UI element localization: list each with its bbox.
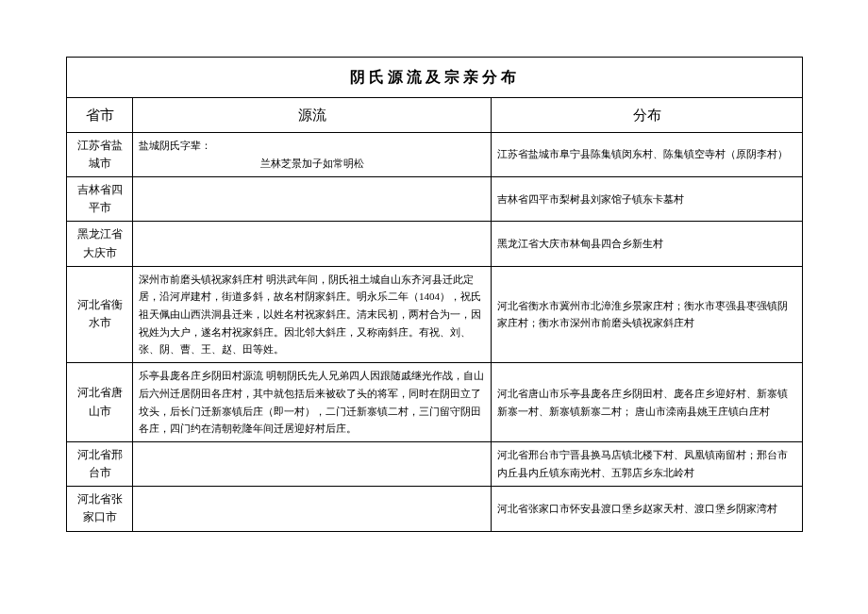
- distribution-cell: 河北省张家口市怀安县渡口堡乡赵家天村、渡口堡乡阴家湾村: [492, 487, 803, 531]
- header-province: 省市: [67, 97, 133, 132]
- source-cell: [133, 222, 492, 266]
- table-row: 河北省唐山市 乐亭县庞各庄乡阴田村源流 明朝阴氏先人兄弟四人因跟随戚继光作战，自…: [67, 363, 803, 442]
- source-cell: [133, 487, 492, 531]
- header-source: 源流: [133, 97, 492, 132]
- table-row: 黑龙江省大庆市 黑龙江省大庆市林甸县四合乡新生村: [67, 222, 803, 266]
- table-row: 吉林省四平市 吉林省四平市梨树县刘家馆子镇东卡墓村: [67, 176, 803, 221]
- province-cell: 河北省衡水市: [67, 266, 133, 362]
- province-cell: 黑龙江省大庆市: [67, 222, 133, 266]
- source-line: 盐城阴氏字辈：: [139, 140, 211, 151]
- source-cell: 乐亭县庞各庄乡阴田村源流 明朝阴氏先人兄弟四人因跟随戚继光作战，自山后六州迁居阴…: [133, 363, 492, 442]
- source-cell: [133, 176, 492, 221]
- distribution-cell: 黑龙江省大庆市林甸县四合乡新生村: [492, 222, 803, 266]
- distribution-cell: 河北省衡水市冀州市北漳淮乡景家庄村；衡水市枣强县枣强镇阴家庄村；衡水市深州市前磨…: [492, 266, 803, 362]
- distribution-cell: 河北省唐山市乐亭县庞各庄乡阴田村、庞各庄乡迎好村、新寨镇新寨一村、新寨镇新寨二村…: [492, 363, 803, 442]
- province-cell: 河北省唐山市: [67, 363, 133, 442]
- header-distribution: 分布: [492, 97, 803, 132]
- province-cell: 吉林省四平市: [67, 176, 133, 221]
- distribution-cell: 河北省邢台市宁晋县换马店镇北楼下村、凤凰镇南留村；邢台市内丘县内丘镇东南光村、五…: [492, 441, 803, 486]
- table-row: 河北省邢台市 河北省邢台市宁晋县换马店镇北楼下村、凤凰镇南留村；邢台市内丘县内丘…: [67, 441, 803, 486]
- province-cell: 江苏省盐城市: [67, 132, 133, 176]
- source-cell: [133, 441, 492, 486]
- province-cell: 河北省张家口市: [67, 487, 133, 531]
- header-row: 省市 源流 分布: [67, 97, 803, 132]
- title-row: 阴氏源流及宗亲分布: [67, 58, 803, 98]
- source-cell: 盐城阴氏字辈： 兰林芝景加子如常明松: [133, 132, 492, 176]
- province-cell: 河北省邢台市: [67, 441, 133, 486]
- table-row: 江苏省盐城市 盐城阴氏字辈： 兰林芝景加子如常明松 江苏省盐城市阜宁县陈集镇闵东…: [67, 132, 803, 176]
- distribution-cell: 江苏省盐城市阜宁县陈集镇闵东村、陈集镇空寺村（原阴李村）: [492, 132, 803, 176]
- distribution-cell: 吉林省四平市梨树县刘家馆子镇东卡墓村: [492, 176, 803, 221]
- table-row: 河北省衡水市 深州市前磨头镇祝家斜庄村 明洪武年间，阴氏祖土城自山东齐河县迁此定…: [67, 266, 803, 362]
- table-row: 河北省张家口市 河北省张家口市怀安县渡口堡乡赵家天村、渡口堡乡阴家湾村: [67, 487, 803, 531]
- table-title: 阴氏源流及宗亲分布: [67, 58, 803, 98]
- source-cell: 深州市前磨头镇祝家斜庄村 明洪武年间，阴氏祖土城自山东齐河县迁此定居，沿河岸建村…: [133, 266, 492, 362]
- source-line-center: 兰林芝景加子如常明松: [139, 155, 485, 173]
- genealogy-table: 阴氏源流及宗亲分布 省市 源流 分布 江苏省盐城市 盐城阴氏字辈： 兰林芝景加子…: [66, 57, 803, 532]
